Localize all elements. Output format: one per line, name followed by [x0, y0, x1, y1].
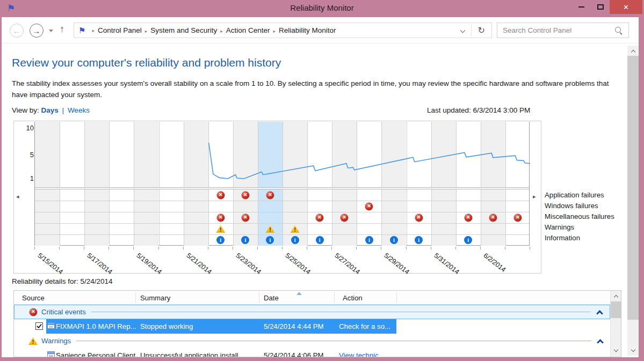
critical-x-glyph: ✕	[513, 213, 522, 222]
critical-event-icon[interactable]: ✕	[414, 213, 424, 222]
cell-action-link[interactable]: View technic...	[339, 351, 385, 357]
critical-event-icon[interactable]: ✕	[315, 213, 324, 222]
action-center-flag-icon: ⚑	[78, 26, 85, 35]
cell-action-link[interactable]: Check for a so...	[339, 322, 390, 330]
back-button[interactable]: ←	[10, 24, 24, 38]
grid-hline	[35, 201, 529, 201]
x-axis-tick	[381, 247, 381, 249]
warning-icon[interactable]: !	[290, 224, 300, 233]
group-rule-line	[91, 312, 591, 312]
information-icon[interactable]: i	[414, 235, 424, 245]
critical-event-icon[interactable]: ✕	[364, 202, 374, 211]
x-axis-tick	[530, 247, 530, 249]
information-icon[interactable]: i	[216, 235, 226, 245]
information-icon[interactable]: i	[241, 235, 250, 245]
info-circle-glyph: i	[266, 236, 274, 244]
window-client-area: ← → ↑ ⚑ ▸ Control Panel▸System and Secur…	[2, 17, 639, 357]
information-icon[interactable]: i	[290, 235, 300, 245]
event-row-sapience-personal-client[interactable]: Sapience Personal ClientUnsuccessful app…	[14, 348, 610, 357]
details-title: Reliability details for: 5/24/2014	[12, 277, 113, 285]
group-row-warnings[interactable]: !Warnings	[14, 334, 610, 348]
search-input[interactable]	[497, 26, 614, 34]
breadcrumb-item-action-center[interactable]: Action Center	[226, 26, 270, 34]
critical-event-icon[interactable]: ✕	[265, 190, 275, 200]
warning-icon[interactable]: !	[265, 224, 275, 233]
x-axis-tick	[431, 247, 431, 249]
forward-arrow-icon: →	[33, 26, 41, 35]
chart-row-legend: Application failuresWindows failuresMisc…	[545, 190, 614, 244]
information-icon[interactable]: i	[315, 235, 324, 245]
column-header-date[interactable]: Date	[264, 294, 279, 302]
table-scrollbar[interactable]	[610, 291, 621, 357]
critical-x-glyph: ✕	[365, 202, 373, 211]
information-icon[interactable]: i	[389, 235, 399, 245]
x-axis-tick	[84, 247, 84, 249]
address-bar[interactable]: ⚑ ▸ Control Panel▸System and Security▸Ac…	[74, 23, 492, 38]
group-row-critical-events[interactable]: ✕Critical events	[14, 305, 610, 319]
info-circle-glyph: i	[365, 236, 373, 244]
breadcrumb-item-control-panel[interactable]: Control Panel	[98, 26, 142, 34]
close-button[interactable]: ✕	[610, 0, 642, 14]
minimize-icon	[578, 6, 584, 8]
address-dropdown-icon[interactable]	[460, 28, 465, 33]
critical-x-glyph: ✕	[266, 191, 274, 200]
date-label: 5/29/2014	[383, 252, 411, 276]
maximize-button[interactable]	[591, 0, 610, 14]
warning-icon[interactable]: !	[216, 224, 226, 233]
breadcrumb-separator-icon: ▸	[92, 28, 95, 33]
x-axis-tick	[233, 247, 233, 249]
refresh-button[interactable]: ↻	[478, 25, 485, 35]
chart-scroll-right-button[interactable]: ▸	[533, 193, 536, 200]
main-scrollbar-thumb[interactable]	[627, 56, 639, 320]
information-icon[interactable]: i	[364, 235, 374, 245]
information-icon[interactable]: i	[464, 235, 473, 245]
forward-button[interactable]: →	[30, 24, 44, 38]
last-updated-text: Last updated: 6/3/2014 3:00 PM	[427, 106, 530, 114]
column-header-summary[interactable]: Summary	[140, 294, 170, 302]
recent-pages-dropdown[interactable]	[49, 30, 53, 32]
cell-source: Sapience Personal Client	[56, 351, 135, 357]
chart-scroll-left-button[interactable]: ◂	[16, 193, 19, 200]
critical-event-icon[interactable]: ✕	[241, 190, 250, 200]
x-axis-tick	[331, 247, 332, 249]
view-by-days-link[interactable]: Days	[41, 106, 59, 114]
x-axis-tick	[356, 247, 357, 249]
column-header-action[interactable]: Action	[343, 294, 363, 302]
critical-event-icon[interactable]: ✕	[513, 213, 523, 222]
close-icon: ✕	[623, 3, 629, 11]
table-scroll-up-button[interactable]	[611, 291, 621, 301]
table-scroll-down-button[interactable]	[611, 345, 621, 356]
info-circle-glyph: i	[464, 236, 472, 244]
critical-event-icon[interactable]: ✕	[488, 213, 498, 222]
view-by-separator: |	[62, 106, 64, 114]
details-table: Source Summary Date Action ✕Critical eve…	[13, 290, 621, 357]
critical-x-glyph: ✕	[216, 213, 225, 222]
critical-x-glyph: ✕	[315, 213, 324, 222]
scroll-down-button[interactable]	[627, 345, 639, 356]
event-row-fixmapi-1-0-mapi-rep-[interactable]: FIXMAPI 1.0 MAPI Rep...Stopped working5/…	[14, 319, 610, 334]
breadcrumb-item-system-and-security[interactable]: System and Security	[150, 26, 217, 34]
collapse-chevron-icon[interactable]	[596, 310, 603, 317]
critical-event-icon[interactable]: ✕	[216, 190, 226, 200]
minimize-button[interactable]	[572, 0, 591, 14]
column-header-source[interactable]: Source	[22, 294, 45, 302]
scroll-up-button[interactable]	[627, 46, 639, 56]
view-by-weeks-link[interactable]: Weeks	[68, 106, 90, 114]
critical-event-icon[interactable]: ✕	[241, 213, 250, 222]
info-circle-glyph: i	[316, 236, 324, 244]
table-scrollbar-thumb[interactable]	[611, 301, 621, 318]
row-checkbox[interactable]	[35, 322, 43, 330]
critical-event-icon[interactable]: ✕	[216, 213, 226, 222]
sort-ascending-icon[interactable]	[296, 292, 302, 295]
main-scrollbar[interactable]	[627, 46, 639, 356]
collapse-chevron-icon[interactable]	[597, 339, 604, 346]
date-label: 5/19/2014	[135, 252, 163, 276]
info-circle-glyph: i	[241, 236, 249, 244]
x-axis-tick	[257, 247, 258, 249]
search-icon[interactable]	[614, 26, 623, 35]
critical-event-icon[interactable]: ✕	[339, 213, 349, 222]
information-icon[interactable]: i	[265, 235, 275, 245]
breadcrumb-item-reliability-monitor[interactable]: Reliability Monitor	[279, 26, 336, 34]
critical-event-icon[interactable]: ✕	[464, 213, 473, 222]
up-one-level-button[interactable]: ↑	[60, 24, 64, 35]
